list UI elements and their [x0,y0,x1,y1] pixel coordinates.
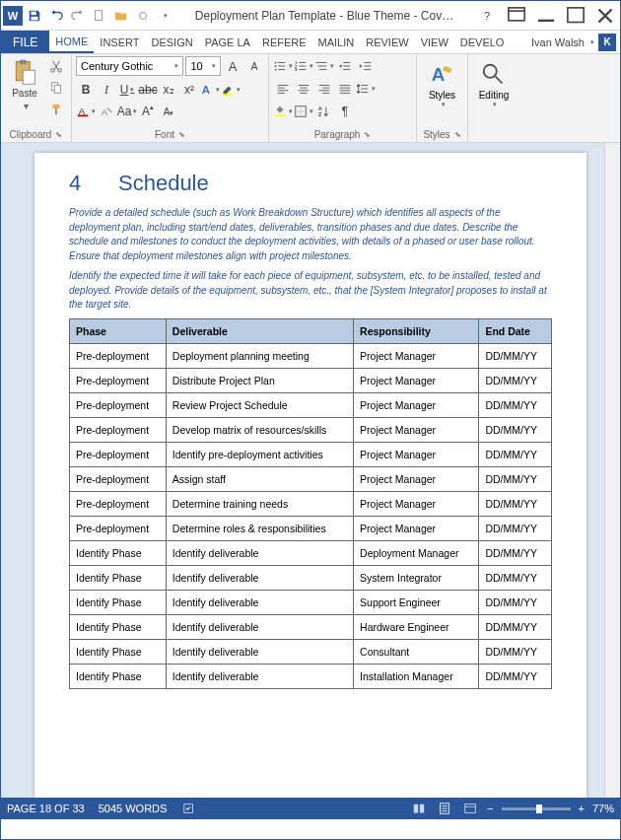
cut-button[interactable] [46,56,66,76]
qat-customize-button[interactable]: ▾ [155,6,174,26]
redo-button[interactable] [68,6,88,26]
styles-dialog-launcher[interactable]: ⬊ [454,130,461,139]
vertical-scrollbar[interactable] [604,143,620,798]
grow-font-alt-button[interactable]: A▴ [138,102,158,121]
save-button[interactable] [25,6,44,26]
grow-font-button[interactable]: A [223,56,242,76]
table-cell: Project Manager [354,491,479,516]
user-menu[interactable]: Ivan Walsh ▾ K [531,31,620,53]
table-cell: Project Manager [354,343,479,368]
document-area[interactable]: 4Schedule Provide a detailed schedule (s… [1,143,620,798]
zoom-level[interactable]: 77% [592,803,614,814]
table-cell: DD/MM/YY [479,590,552,614]
table-row: Identify PhaseIdentify deliverableSystem… [70,565,552,590]
table-row: Identify PhaseIdentify deliverableDeploy… [70,540,552,565]
group-label-font: Font [155,129,174,140]
print-layout-icon[interactable] [436,801,453,816]
ribbon-options-button[interactable] [504,6,529,26]
table-row: Pre-deploymentDeployment planning meetin… [70,343,552,368]
tab-references[interactable]: REFERE [256,31,312,53]
table-cell: Support Engineer [354,590,479,614]
undo-button[interactable] [46,6,66,26]
font-color-button[interactable]: A▾ [76,102,96,121]
read-mode-icon[interactable] [410,801,428,816]
table-cell: Project Manager [354,466,479,491]
tab-mailings[interactable]: MAILIN [312,31,361,53]
paragraph-dialog-launcher[interactable]: ⬊ [364,130,371,139]
svg-rect-5 [568,7,584,22]
table-row: Pre-deploymentDistribute Project PlanPro… [70,368,552,392]
strikethrough-button[interactable]: abc [138,80,158,100]
svg-rect-18 [78,115,89,117]
borders-button[interactable]: ▾ [294,102,313,121]
numbering-button[interactable]: 123▾ [294,56,313,76]
table-cell: Project Manager [354,442,479,466]
table-cell: Assign staff [166,466,353,491]
close-button[interactable] [592,6,618,26]
underline-button[interactable]: U▾ [117,80,137,100]
svg-rect-34 [465,805,476,813]
italic-button[interactable]: I [97,80,116,100]
qat-touch-button[interactable] [133,6,153,26]
web-layout-icon[interactable] [461,801,479,816]
tab-developer[interactable]: DEVELO [454,31,511,53]
justify-button[interactable] [335,79,355,99]
clear-format-button[interactable]: A [97,102,116,121]
font-dialog-launcher[interactable]: ⬊ [178,130,185,139]
tab-insert[interactable]: INSERT [94,31,145,53]
subscript-button[interactable]: x₂ [159,80,178,100]
user-name: Ivan Walsh [531,36,585,48]
align-left-button[interactable] [273,79,293,99]
table-cell: Pre-deployment [70,392,167,417]
help-button[interactable]: ? [474,6,500,26]
paste-button[interactable]: Paste ▾ [5,56,44,113]
tab-design[interactable]: DESIGN [145,31,198,53]
styles-button[interactable]: A Styles ▾ [423,56,462,108]
tab-page-layout[interactable]: PAGE LA [199,31,256,53]
line-spacing-button[interactable]: ▾ [356,79,376,99]
word-count[interactable]: 5045 WORDS [99,803,168,814]
table-cell: DD/MM/YY [479,392,552,417]
text-effects-button[interactable]: A▾ [200,80,220,100]
show-marks-button[interactable]: ¶ [335,102,355,121]
font-size-combo[interactable]: 10▾ [185,56,221,76]
zoom-out-button[interactable]: − [487,803,493,814]
file-tab[interactable]: FILE [1,31,49,53]
page-indicator[interactable]: PAGE 18 OF 33 [7,803,85,814]
decrease-indent-button[interactable] [335,56,355,76]
qat-new-button[interactable] [90,6,109,26]
shrink-font-button[interactable]: A [244,56,264,76]
zoom-slider[interactable] [502,807,571,810]
sort-button[interactable]: AZ [314,102,334,121]
qat-open-button[interactable] [111,6,131,26]
bold-button[interactable]: B [76,80,96,100]
tab-home[interactable]: HOME [49,31,94,53]
maximize-button[interactable] [563,6,588,26]
group-label-clipboard: Clipboard [10,129,52,140]
spellcheck-icon[interactable] [180,801,198,816]
superscript-button[interactable]: x² [179,80,199,100]
tab-view[interactable]: VIEW [415,31,454,53]
tab-review[interactable]: REVIEW [360,31,414,53]
copy-button[interactable] [46,78,66,98]
bullets-button[interactable]: ▾ [273,56,293,76]
svg-rect-4 [509,7,524,20]
increase-indent-button[interactable] [356,56,376,76]
align-right-button[interactable] [314,79,334,99]
table-cell: Hardware Engineer [354,614,479,639]
change-case-button[interactable]: Aa▾ [117,102,137,121]
multilevel-button[interactable]: ▾ [314,56,334,76]
font-name-combo[interactable]: Century Gothic▾ [76,56,183,76]
highlight-button[interactable]: ▾ [221,80,241,100]
shrink-font-alt-button[interactable]: A▾ [159,102,178,121]
zoom-in-button[interactable]: + [579,803,585,814]
clipboard-dialog-launcher[interactable]: ⬊ [55,130,62,139]
align-center-button[interactable] [294,79,313,99]
table-cell: DD/MM/YY [479,565,552,590]
group-editing: Editing ▾ [468,54,519,142]
shading-button[interactable]: ▾ [273,102,293,121]
editing-button[interactable]: Editing ▾ [474,56,514,108]
minimize-button[interactable] [533,6,559,26]
format-painter-button[interactable] [46,100,66,119]
table-cell: Project Manager [354,392,479,417]
